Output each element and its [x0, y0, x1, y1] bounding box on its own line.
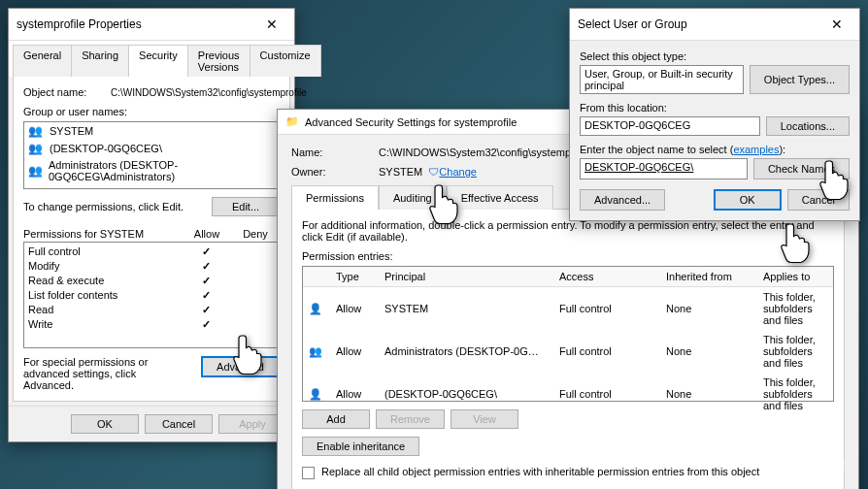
permission-name: Full control	[24, 245, 182, 258]
tab-sharing[interactable]: Sharing	[71, 45, 129, 77]
permission-row: Full control	[24, 244, 279, 259]
remove-button[interactable]: Remove	[376, 409, 445, 429]
group-users-label: Group or user names:	[23, 106, 280, 117]
cell-inherited: None	[662, 388, 759, 400]
permission-name: Modify	[24, 260, 182, 273]
select-user-dialog: Select User or Group ✕ Select this objec…	[569, 8, 860, 221]
change-owner-link[interactable]: Change	[439, 166, 477, 178]
cell-inherited: None	[662, 303, 759, 314]
object-name-input[interactable]: DESKTOP-0GQ6CEG\	[580, 158, 748, 179]
view-button[interactable]: View	[451, 409, 518, 429]
enter-name-label: Enter the object name to select (example…	[580, 144, 850, 155]
check-icon	[202, 275, 211, 286]
permission-row: List folder contents	[24, 288, 279, 303]
edit-button[interactable]: Edit...	[212, 197, 280, 216]
list-item[interactable]: (DESKTOP-0GQ6CEG\	[24, 140, 279, 157]
grid-row[interactable]: 👤 Allow SYSTEM Full control None This fo…	[303, 287, 833, 330]
examples-link[interactable]: examples	[733, 144, 779, 155]
cancel-button[interactable]: Cancel	[787, 189, 850, 211]
list-item-label: Administrators (DESKTOP-0GQ6CEG\Administ…	[49, 159, 275, 182]
cell-principal: (DESKTOP-0GQ6CEG\	[381, 388, 555, 400]
ok-button[interactable]: OK	[71, 414, 139, 434]
select-user-titlebar: Select User or Group ✕	[570, 9, 859, 41]
owner-value: SYSTEM	[379, 166, 422, 178]
advanced-button[interactable]: Advanced...	[580, 189, 665, 211]
cell-access: Full control	[555, 303, 662, 314]
tab-permissions[interactable]: Permissions	[291, 185, 379, 210]
add-button[interactable]: Add	[302, 409, 370, 429]
advanced-button[interactable]: Advanced	[201, 356, 280, 377]
replace-checkbox-label: Replace all child object permission entr…	[321, 466, 759, 477]
tab-general[interactable]: General	[13, 45, 72, 77]
name-value: C:\WINDOWS\System32\config\systemprofile	[379, 147, 594, 158]
object-name-value: C:\WINDOWS\System32\config\systemprofile	[111, 87, 307, 98]
cell-principal: Administrators (DESKTOP-0G…	[381, 345, 555, 357]
advanced-title-text: Advanced Security Settings for systempro…	[305, 116, 517, 128]
permission-row: Read	[24, 303, 279, 317]
enable-inheritance-button[interactable]: Enable inheritance	[302, 437, 419, 456]
watermark: ugetfix	[779, 452, 849, 477]
cell-access: Full control	[555, 345, 662, 357]
location-label: From this location:	[580, 102, 850, 114]
info-text: For additional information, double-click…	[302, 219, 834, 243]
object-type-label: Select this object type:	[580, 50, 850, 62]
deny-column-header: Deny	[231, 228, 280, 240]
properties-title: systemprofile Properties	[17, 17, 142, 31]
cell-access: Full control	[555, 388, 662, 400]
permission-entries-grid[interactable]: Type Principal Access Inherited from App…	[302, 266, 834, 402]
close-icon[interactable]: ✕	[822, 15, 851, 34]
object-types-button[interactable]: Object Types...	[750, 65, 850, 94]
check-icon	[202, 304, 211, 315]
cell-principal: SYSTEM	[381, 303, 555, 314]
col-type: Type	[332, 271, 381, 282]
special-permissions-hint: For special permissions or advanced sett…	[23, 356, 188, 391]
cell-applies: This folder, subfolders and files	[759, 376, 831, 411]
ok-button[interactable]: OK	[714, 189, 782, 211]
permission-entries-label: Permission entries:	[302, 250, 834, 262]
cancel-button[interactable]: Cancel	[145, 414, 213, 434]
cell-inherited: None	[662, 345, 759, 357]
security-tab-content: Object name: C:\WINDOWS\System32\config\…	[13, 76, 290, 402]
cell-type: Allow	[332, 345, 381, 357]
shield-icon: 🛡	[428, 166, 439, 178]
tab-effective-access[interactable]: Effective Access	[447, 185, 553, 210]
change-permissions-hint: To change permissions, click Edit.	[23, 201, 184, 212]
permission-name: Read	[24, 304, 182, 316]
close-icon[interactable]: ✕	[257, 15, 286, 34]
grid-row[interactable]: 👥 Allow Administrators (DESKTOP-0G… Full…	[303, 330, 833, 373]
permission-row: Read & execute	[24, 274, 279, 288]
check-icon	[202, 289, 211, 301]
permission-name: List folder contents	[24, 289, 182, 302]
tab-auditing[interactable]: Auditing	[379, 185, 447, 210]
locations-button[interactable]: Locations...	[766, 116, 850, 136]
group-icon: 👥	[309, 345, 322, 357]
replace-checkbox[interactable]	[302, 467, 315, 479]
list-item-label: SYSTEM	[50, 125, 93, 137]
cell-type: Allow	[332, 303, 381, 314]
group-icon	[28, 124, 44, 138]
list-item[interactable]: Administrators (DESKTOP-0GQ6CEG\Administ…	[24, 157, 279, 184]
object-type-field: User, Group, or Built-in security princi…	[580, 65, 744, 94]
tab-security[interactable]: Security	[128, 45, 188, 77]
group-users-list[interactable]: SYSTEM (DESKTOP-0GQ6CEG\ Administrators …	[23, 121, 280, 189]
person-icon	[28, 142, 44, 155]
tab-customize[interactable]: Customize	[250, 45, 321, 77]
select-user-title: Select User or Group	[578, 17, 687, 31]
permission-row: Modify	[24, 259, 279, 274]
name-label: Name:	[291, 147, 379, 158]
check-icon	[202, 260, 211, 272]
cell-type: Allow	[332, 388, 381, 400]
owner-label: Owner:	[291, 166, 379, 178]
cell-applies: This folder, subfolders and files	[759, 334, 831, 369]
permission-row: Write	[24, 317, 279, 332]
tab-previous-versions[interactable]: Previous Versions	[187, 45, 250, 77]
list-item-label: (DESKTOP-0GQ6CEG\	[50, 143, 162, 154]
group-icon	[28, 164, 43, 178]
permission-name: Read & execute	[24, 275, 182, 287]
permissions-tab-content: For additional information, double-click…	[291, 209, 845, 489]
check-names-button[interactable]: Check Names	[753, 158, 850, 179]
list-item[interactable]: SYSTEM	[24, 122, 279, 140]
enter-name-label-part2: ):	[779, 144, 785, 155]
col-inherited: Inherited from	[662, 271, 759, 282]
enter-name-label-part1: Enter the object name to select (	[580, 144, 733, 155]
